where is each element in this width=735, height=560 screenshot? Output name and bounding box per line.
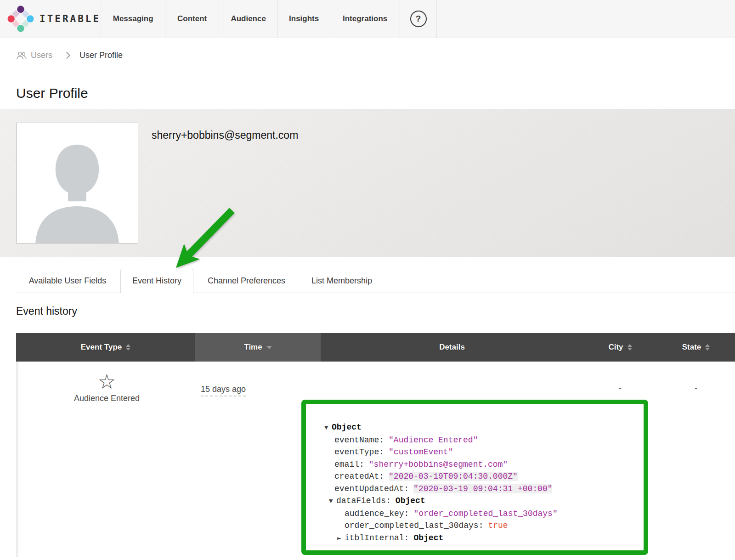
app-root: ITERABLE Messaging Content Audience Insi… [0,0,735,560]
primary-nav: Messaging Content Audience Insights Inte… [101,0,437,38]
nav-item-audience[interactable]: Audience [219,0,277,38]
help-icon: ? [410,11,427,27]
nav-item-messaging[interactable]: Messaging [101,0,165,38]
json-line-eventtype: eventType:"customEvent" [324,446,635,458]
avatar-silhouette-icon [22,135,132,243]
sort-both-icon [628,344,632,351]
expand-toggle-icon[interactable]: ► [337,532,345,545]
relative-time[interactable]: 15 days ago [201,385,246,396]
json-line-datafields: ▼dataFields:Object [324,495,635,508]
json-line-ordercompleted: order_completed_last_30days:true [324,520,635,532]
brand-wordmark: ITERABLE [40,13,101,24]
breadcrumb-users-link[interactable]: Users [16,51,52,60]
sort-both-icon [126,344,130,351]
tabs-bar: Available User Fields Event History Chan… [0,269,735,293]
chevron-right-icon [63,52,71,59]
column-header-event-type[interactable]: Event Type [16,333,195,362]
profile-email: sherry+bobbins@segment.com [152,129,298,141]
table-row: ☆ Audience Entered 15 days ago - - ▼Obje… [16,362,735,557]
section-heading: Event history [16,305,77,317]
iterable-logo-icon [7,6,34,32]
top-nav: ITERABLE Messaging Content Audience Insi… [0,0,735,38]
nav-item-content[interactable]: Content [165,0,219,38]
column-header-state[interactable]: State [657,333,735,362]
json-line-root: ▼Object [324,421,635,434]
json-line-eventname: eventName:"Audience Entered" [324,434,635,447]
column-header-details[interactable]: Details [321,333,583,362]
page-title: User Profile [16,85,88,101]
table-header: Event Type Time Details City State [16,333,735,362]
sort-desc-icon [266,346,272,349]
help-button[interactable]: ? [400,0,437,38]
column-header-time[interactable]: Time [195,333,321,362]
event-details-json: ▼Object eventName:"Audience Entered" eve… [306,404,644,549]
avatar [16,123,138,243]
star-icon: ☆ [98,372,116,392]
json-line-email: email:"sherry+bobbins@segment.com" [324,458,635,471]
tab-available-user-fields[interactable]: Available User Fields [26,269,109,293]
annotation-highlight-box: ▼Object eventName:"Audience Entered" eve… [301,400,648,555]
event-type-cell: ☆ Audience Entered [18,362,195,557]
annotation-arrow [165,206,239,275]
collapse-toggle-icon[interactable]: ▼ [329,495,336,508]
breadcrumb-current: User Profile [79,51,123,60]
breadcrumb: Users User Profile [16,51,123,60]
users-icon [16,51,27,60]
event-type-label: Audience Entered [74,394,140,403]
nav-item-insights[interactable]: Insights [277,0,330,38]
sort-both-icon [705,344,710,351]
json-line-itblinternal: ►itblInternal:Object [324,532,635,545]
json-line-eventupdatedat: eventUpdatedAt:"2020-03-19 09:04:31 +00:… [324,483,635,495]
json-line-createdat: createdAt:"2020-03-19T09:04:30.000Z" [324,470,635,483]
tab-list-membership[interactable]: List Membership [309,269,375,293]
profile-banner: sherry+bobbins@segment.com [0,109,735,257]
json-line-audiencekey: audience_key:"order_completed_last_30day… [324,508,635,520]
column-header-city[interactable]: City [583,333,657,362]
nav-item-integrations[interactable]: Integrations [330,0,400,38]
brand-logo[interactable]: ITERABLE [0,0,101,38]
state-cell: - [657,362,735,557]
collapse-toggle-icon[interactable]: ▼ [324,422,332,434]
